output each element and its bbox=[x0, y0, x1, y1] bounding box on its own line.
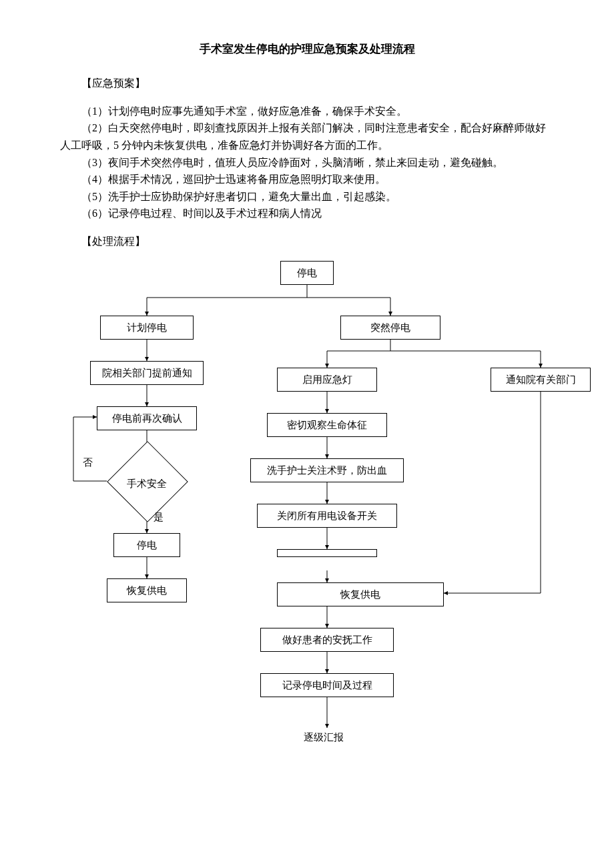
node-emerg-light: 启用应急灯 bbox=[277, 368, 377, 392]
node-sudden: 突然停电 bbox=[340, 316, 440, 340]
flowchart: 停电 计划停电 院相关部门提前通知 停电前再次确认 手术安全 否 是 停电 恢复… bbox=[60, 261, 554, 781]
node-notify-dept: 通知院有关部门 bbox=[491, 368, 591, 392]
decision-safe-label: 手术安全 bbox=[107, 476, 187, 492]
node-restore-left: 恢复供电 bbox=[107, 578, 187, 602]
node-restore-right: 恢复供电 bbox=[277, 582, 444, 606]
item-6: （6）记录停电过程、时间以及手术过程和病人情况 bbox=[60, 205, 554, 222]
node-report: 逐级汇报 bbox=[304, 729, 344, 745]
section-flow-head: 【处理流程】 bbox=[60, 233, 554, 250]
item-5: （5）洗手护士应协助保护好患者切口，避免大量出血，引起感染。 bbox=[60, 188, 554, 205]
node-scrub-nurse: 洗手护士关注术野，防出血 bbox=[250, 458, 404, 482]
node-poweroff: 停电 bbox=[113, 533, 180, 557]
item-2: （2）白天突然停电时，即刻查找原因并上报有关部门解决，同时注意患者安全，配合好麻… bbox=[60, 119, 554, 153]
node-planned: 计划停电 bbox=[100, 316, 194, 340]
node-switch-off: 关闭所有用电设备开关 bbox=[257, 504, 397, 528]
node-reconfirm: 停电前再次确认 bbox=[97, 406, 197, 430]
doc-title: 手术室发生停电的护理应急预案及处理流程 bbox=[60, 40, 554, 58]
node-vitals: 密切观察生命体征 bbox=[267, 413, 387, 437]
node-startup-light bbox=[277, 549, 377, 557]
label-no: 否 bbox=[83, 454, 93, 470]
section-plan-head: 【应急预案】 bbox=[60, 75, 554, 92]
node-record: 记录停电时间及过程 bbox=[260, 673, 394, 697]
item-3: （3）夜间手术突然停电时，值班人员应冷静面对，头脑清晰，禁止来回走动，避免碰触。 bbox=[60, 154, 554, 171]
node-top: 停电 bbox=[280, 261, 334, 285]
node-notify-ahead: 院相关部门提前通知 bbox=[90, 361, 204, 385]
label-yes: 是 bbox=[154, 509, 164, 525]
node-comfort: 做好患者的安抚工作 bbox=[260, 628, 394, 652]
item-1: （1）计划停电时应事先通知手术室，做好应急准备，确保手术安全。 bbox=[60, 103, 554, 120]
item-4: （4）根据手术情况，巡回护士迅速将备用应急照明灯取来使用。 bbox=[60, 171, 554, 188]
